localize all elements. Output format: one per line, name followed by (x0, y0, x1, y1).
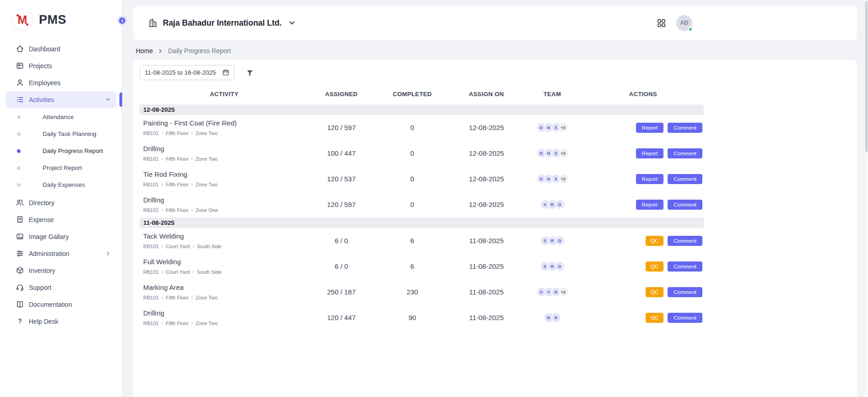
comment-button[interactable]: Comment (668, 174, 702, 184)
path-segment: Fifth Floor (166, 295, 189, 300)
team-extra-count[interactable]: +2 (559, 174, 568, 184)
report-button[interactable]: Report (636, 174, 664, 184)
sidebar-item-label: Dashboard (29, 45, 60, 53)
report-button[interactable]: Report (636, 148, 664, 158)
team-member-avatar[interactable]: R (551, 313, 561, 322)
team-avatars[interactable]: SRD (540, 261, 565, 271)
chevron-right-icon: › (162, 295, 163, 300)
sidebar-item-expense[interactable]: Expense (5, 211, 116, 228)
sidebar-item-documentation[interactable]: Documentation (5, 296, 116, 313)
team-avatars[interactable]: DNS+2 (537, 148, 568, 158)
page-scrollbar[interactable] (865, 0, 868, 397)
qc-button[interactable]: QC (646, 261, 663, 272)
image-icon (16, 232, 24, 241)
filter-icon[interactable] (246, 69, 254, 77)
sidebar: M PMS Dashboard Projects Employees Activ… (0, 0, 122, 397)
chevron-right-icon: › (191, 321, 193, 326)
column-header: ASSIGNED (309, 91, 374, 98)
qc-button[interactable]: QC (646, 313, 663, 323)
date-range-picker[interactable] (140, 65, 234, 80)
table-row: Painting - First Coat (Fire Red)RB101›Fi… (140, 115, 704, 141)
comment-button[interactable]: Comment (668, 148, 702, 158)
scrollbar-thumb[interactable] (865, 1, 868, 152)
assign-on-value: 12-08-2025 (451, 124, 522, 131)
path-segment: Zone Two (196, 156, 218, 162)
team-avatars[interactable]: DNS+2 (537, 123, 568, 132)
assign-on-value: 11-08-2025 (451, 288, 522, 296)
team-member-avatar[interactable]: D (555, 236, 565, 245)
date-group-header: 12-08-2025 (140, 104, 704, 115)
sidebar-subitem-attendance[interactable]: Attendance (0, 109, 122, 125)
team-extra-count[interactable]: +2 (559, 123, 568, 132)
sidebar-item-label: Inventory (29, 267, 55, 274)
sidebar-item-support[interactable]: Support (5, 279, 116, 296)
home-icon (16, 44, 24, 53)
sidebar-subitem-daily-expenses[interactable]: Daily Expenses (0, 176, 122, 193)
activity-name: Marking Area (143, 283, 309, 291)
company-name: Raja Bahadur International Ltd. (163, 18, 282, 28)
sidebar-item-directory[interactable]: Directory (5, 194, 116, 211)
sidebar-item-projects[interactable]: Projects (5, 57, 116, 74)
qc-button[interactable]: QC (646, 236, 663, 246)
report-button[interactable]: Report (636, 123, 664, 133)
sidebar-collapse-button[interactable] (117, 16, 127, 26)
team-avatars[interactable]: NR (544, 313, 561, 322)
filter-row (140, 65, 851, 80)
assigned-value: 250 / 187 (309, 288, 374, 296)
team-member-avatar[interactable]: D (555, 261, 565, 271)
apps-grid-icon[interactable] (657, 18, 666, 28)
sidebar-item-administration[interactable]: Administration (5, 245, 116, 262)
team-avatars[interactable]: DNS+2 (537, 174, 568, 184)
sidebar-item-help-desk[interactable]: Help Desk (5, 313, 116, 330)
chevron-down-icon (105, 96, 112, 103)
qc-button[interactable]: QC (646, 287, 663, 297)
activity-name: Painting - First Coat (Fire Red) (143, 119, 309, 127)
chevron-right-icon: › (162, 131, 163, 136)
sidebar-subitem-project-report[interactable]: Project Report (0, 159, 122, 176)
comment-button[interactable]: Comment (668, 261, 702, 272)
team-avatars[interactable]: DVN+2 (537, 287, 568, 297)
receipt-icon (16, 215, 24, 224)
date-range-input[interactable] (145, 69, 218, 76)
table-row: DrillingRB101›Fifth Floor›Zone Two120 / … (140, 305, 704, 331)
path-segment: RB101 (143, 269, 159, 275)
book-icon (16, 300, 24, 309)
activity-name: Drilling (143, 309, 309, 317)
sidebar-subitem-daily-progress-report[interactable]: Daily Progress Report (0, 142, 122, 159)
team-avatars[interactable]: SRD (540, 236, 565, 245)
table-body: 12-08-2025Painting - First Coat (Fire Re… (140, 104, 704, 331)
path-segment: Fifth Floor (166, 321, 189, 326)
comment-button[interactable]: Comment (668, 200, 702, 210)
sidebar-item-inventory[interactable]: Inventory (5, 262, 116, 279)
assign-on-value: 11-08-2025 (451, 314, 522, 321)
path-segment: South Side (197, 269, 221, 275)
table-row: Tie Rod FixingRB101›Fifth Floor›Zone Two… (140, 166, 704, 192)
comment-button[interactable]: Comment (668, 287, 702, 297)
company-selector[interactable]: Raja Bahadur International Ltd. (148, 18, 296, 28)
comment-button[interactable]: Comment (668, 313, 702, 323)
breadcrumb-home[interactable]: Home (136, 47, 153, 54)
chevron-right-icon: › (191, 295, 193, 300)
table-header-row: ACTIVITYASSIGNEDCOMPLETEDASSIGN ONTEAMAC… (140, 83, 704, 104)
user-avatar[interactable]: AD (676, 15, 692, 31)
team-extra-count[interactable]: +2 (559, 148, 568, 158)
assigned-value: 100 / 447 (309, 149, 374, 157)
bullet-icon (17, 149, 21, 153)
sidebar-item-dashboard[interactable]: Dashboard (5, 40, 116, 57)
team-extra-count[interactable]: +2 (559, 287, 568, 297)
assigned-value: 120 / 447 (309, 314, 374, 321)
sidebar-subitem-daily-task-planning[interactable]: Daily Task Planning (0, 125, 122, 142)
completed-value: 90 (374, 314, 451, 321)
online-status-dot (688, 27, 693, 32)
path-segment: Fifth Floor (166, 156, 189, 162)
team-member-avatar[interactable]: D (555, 200, 565, 209)
comment-button[interactable]: Comment (668, 123, 702, 133)
comment-button[interactable]: Comment (668, 236, 702, 246)
team-avatars[interactable]: VRD (540, 200, 565, 209)
sidebar-item-image-gallery[interactable]: Image Gallary (5, 228, 116, 245)
sidebar-item-label: Activities (29, 96, 54, 103)
report-button[interactable]: Report (636, 200, 664, 210)
sidebar-item-activities[interactable]: Activities (5, 91, 116, 108)
path-segment: Zone Two (196, 131, 218, 136)
sidebar-item-employees[interactable]: Employees (5, 74, 116, 91)
